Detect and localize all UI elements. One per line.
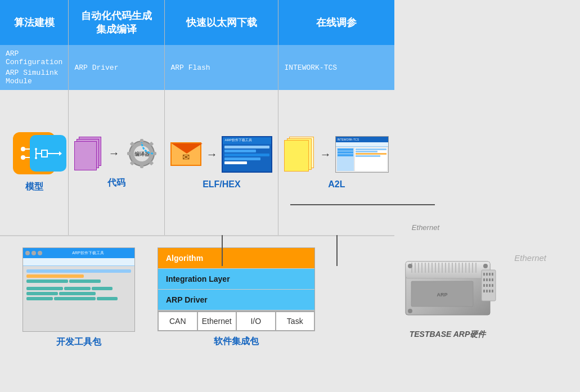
screenshot-row-2 bbox=[26, 274, 84, 278]
svg-point-71 bbox=[408, 309, 412, 313]
col-products-codegen: ARP Driver bbox=[69, 45, 164, 90]
sw-integration-box: Algorithm Integration Layer ARP Driver C… bbox=[152, 247, 321, 348]
compiler-gear-svg: 编译器 bbox=[125, 137, 159, 170]
column-online: 在线调参 INTEWORK-TCS bbox=[278, 0, 394, 235]
svg-rect-64 bbox=[469, 263, 470, 273]
sw-layer-algorithm: Algorithm bbox=[158, 248, 314, 269]
screenshot-title: ARP软件下载工具 bbox=[44, 250, 132, 256]
arrow-a2l: → bbox=[320, 148, 331, 161]
sw-sub-ethernet: Ethernet bbox=[197, 312, 237, 331]
col-header-flash: 快速以太网下载 bbox=[165, 0, 278, 45]
ecu-label: TESTBASE ARP硬件 bbox=[410, 330, 486, 340]
svg-rect-57 bbox=[445, 263, 446, 273]
screenshot-row-6a bbox=[26, 297, 53, 300]
screenshot-titlebar: ARP软件下载工具 bbox=[23, 248, 134, 258]
dev-tools-screenshot: ARP软件下载工具 bbox=[23, 247, 135, 332]
svg-rect-38 bbox=[492, 278, 493, 281]
svg-point-70 bbox=[483, 264, 488, 268]
column-codegen: 自动化代码生成 集成编译 ARP Driver → bbox=[69, 0, 165, 235]
vert-line-flash bbox=[222, 235, 223, 266]
screenshot-row-4a bbox=[26, 287, 63, 290]
diagram-label-a2l: A2L bbox=[328, 179, 345, 190]
screenshot-row-6c bbox=[97, 297, 118, 300]
svg-rect-58 bbox=[448, 263, 449, 273]
code-page-3 bbox=[74, 141, 97, 170]
tcs-window: INTEWORK-TCS bbox=[335, 136, 389, 173]
top-section: 算法建模 ARP Configuration ARP Simulink Modu… bbox=[0, 0, 580, 236]
svg-rect-54 bbox=[435, 263, 436, 273]
svg-rect-66 bbox=[475, 263, 476, 273]
arrow-flash: → bbox=[206, 148, 217, 161]
svg-rect-37 bbox=[489, 278, 491, 281]
svg-rect-31 bbox=[483, 273, 485, 276]
doc-stack bbox=[284, 137, 315, 172]
sw-sub-io: I/O bbox=[236, 312, 276, 331]
svg-point-15 bbox=[35, 157, 37, 159]
svg-rect-49 bbox=[418, 263, 419, 273]
model-inner-svg bbox=[35, 140, 62, 167]
ethernet-label-top: Ethernet bbox=[412, 223, 439, 232]
col-products-online: INTEWORK-TCS bbox=[278, 45, 394, 90]
code-pages bbox=[74, 137, 102, 170]
code-diagram: → bbox=[74, 137, 159, 170]
screenshot-row-5a bbox=[26, 292, 58, 295]
diagram-label-codegen: 代码 bbox=[107, 177, 125, 189]
ecu-chip-svg: ARP bbox=[394, 250, 501, 323]
envelope-icon: ✉ bbox=[170, 142, 201, 166]
screenshot-row-3a bbox=[26, 280, 68, 283]
main-container: 算法建模 ARP Configuration ARP Simulink Modu… bbox=[0, 0, 580, 392]
screenshot-row-3b bbox=[69, 280, 101, 283]
col-diagram-flash: ✉ → ARP软件下载工具 bbox=[165, 90, 278, 235]
svg-point-14 bbox=[35, 148, 37, 150]
svg-rect-59 bbox=[452, 263, 453, 273]
sw-sub-can: CAN bbox=[158, 312, 197, 331]
flash-tool-window: ARP软件下载工具 bbox=[222, 136, 272, 173]
col-header-codegen: 自动化代码生成 集成编译 bbox=[69, 0, 164, 45]
col-diagram-algo: 模型 bbox=[0, 90, 68, 235]
svg-rect-61 bbox=[458, 263, 460, 273]
screenshot-toolbar bbox=[23, 258, 134, 266]
svg-rect-63 bbox=[465, 263, 466, 273]
col-products-algo: ARP Configuration ARP Simulink Module bbox=[0, 45, 68, 90]
svg-rect-21 bbox=[127, 152, 132, 155]
svg-rect-53 bbox=[431, 263, 433, 273]
svg-rect-65 bbox=[472, 263, 473, 273]
svg-rect-48 bbox=[415, 263, 416, 273]
diagram-label-flash: ELF/HEX bbox=[203, 179, 241, 190]
svg-rect-55 bbox=[438, 263, 439, 273]
col-header-algo: 算法建模 bbox=[0, 0, 68, 45]
svg-rect-40 bbox=[486, 284, 488, 287]
arrow-code: → bbox=[108, 147, 119, 160]
svg-rect-41 bbox=[489, 284, 491, 287]
svg-point-0 bbox=[21, 147, 25, 151]
col-diagram-codegen: → bbox=[69, 90, 164, 235]
col-products-flash: ARP Flash bbox=[165, 45, 278, 90]
svg-text:ARP: ARP bbox=[437, 292, 447, 298]
elf-diagram: ✉ → ARP软件下载工具 bbox=[170, 136, 272, 173]
model-diagram bbox=[13, 132, 55, 174]
svg-rect-36 bbox=[486, 278, 488, 281]
col-diagram-online: → INTEWORK-TCS bbox=[278, 90, 394, 235]
doc-page-back bbox=[284, 140, 309, 172]
screenshot-dot-2 bbox=[32, 251, 36, 255]
svg-rect-32 bbox=[486, 273, 488, 276]
horiz-line-top bbox=[290, 204, 435, 205]
sw-stack: Algorithm Integration Layer ARP Driver C… bbox=[158, 247, 315, 331]
svg-text:编译器: 编译器 bbox=[134, 151, 150, 157]
sw-integration-label: 软件集成包 bbox=[214, 336, 259, 348]
col-header-online: 在线调参 bbox=[278, 0, 394, 45]
svg-rect-52 bbox=[428, 263, 429, 273]
svg-point-1 bbox=[21, 155, 25, 160]
column-flash: 快速以太网下载 ARP Flash ✉ → bbox=[165, 0, 278, 235]
bottom-section: ARP软件下载工具 bbox=[0, 236, 580, 392]
model-icon-teal bbox=[30, 135, 66, 172]
svg-rect-56 bbox=[442, 263, 443, 273]
svg-rect-10 bbox=[42, 150, 47, 157]
svg-rect-60 bbox=[455, 263, 456, 273]
svg-rect-44 bbox=[486, 290, 488, 292]
svg-rect-43 bbox=[483, 290, 485, 292]
svg-rect-33 bbox=[489, 273, 491, 276]
ecu-image: ARP bbox=[392, 247, 504, 326]
svg-rect-42 bbox=[492, 284, 493, 287]
sw-layer-integration: Integration Layer bbox=[158, 269, 314, 290]
